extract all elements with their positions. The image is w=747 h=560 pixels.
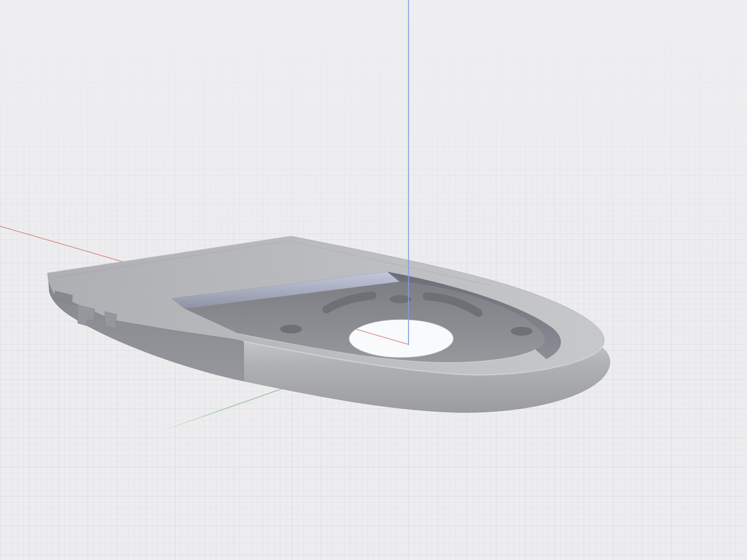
- scene-canvas: [0, 0, 747, 560]
- screw-hole-left[interactable]: [280, 325, 302, 333]
- plate-model[interactable]: [47, 236, 610, 413]
- edge-clip-tab-2[interactable]: [105, 312, 117, 329]
- screw-hole-right[interactable]: [511, 327, 533, 336]
- center-bore-hole[interactable]: [349, 320, 453, 358]
- cad-viewport[interactable]: [0, 0, 747, 560]
